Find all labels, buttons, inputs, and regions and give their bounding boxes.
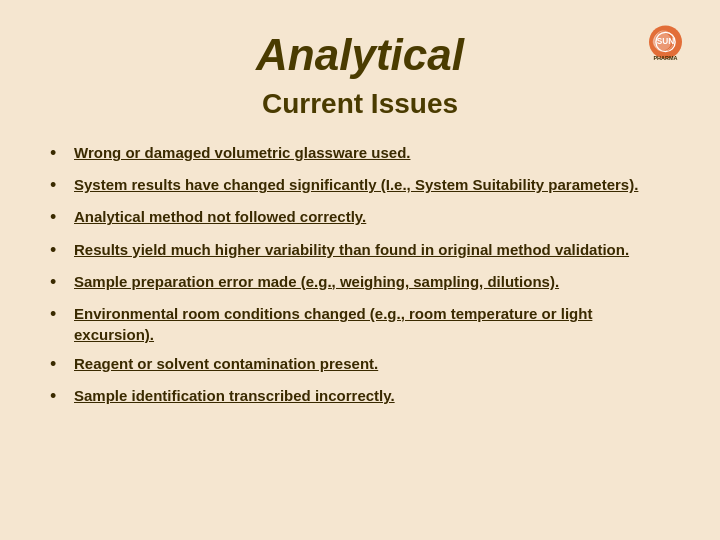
list-item: • Environmental room conditions changed … — [50, 303, 670, 345]
bullet-icon: • — [50, 352, 68, 377]
page-container: SUN PHARMA Analytical Current Issues • W… — [0, 0, 720, 540]
svg-text:PHARMA: PHARMA — [653, 55, 677, 61]
bullet-text: Wrong or damaged volumetric glassware us… — [74, 142, 670, 163]
bullet-text: Sample preparation error made (e.g., wei… — [74, 271, 670, 292]
bullet-icon: • — [50, 384, 68, 409]
bullet-icon: • — [50, 205, 68, 230]
list-item: • Reagent or solvent contamination prese… — [50, 353, 670, 377]
subtitle: Current Issues — [40, 88, 680, 120]
bullet-icon: • — [50, 238, 68, 263]
bullet-text: Reagent or solvent contamination present… — [74, 353, 670, 374]
sunpharma-logo: SUN PHARMA — [638, 20, 693, 75]
bullet-text: Sample identification transcribed incorr… — [74, 385, 670, 406]
bullet-icon: • — [50, 173, 68, 198]
bullet-icon: • — [50, 141, 68, 166]
bullet-list: • Wrong or damaged volumetric glassware … — [40, 142, 680, 409]
bullet-text: Analytical method not followed correctly… — [74, 206, 670, 227]
list-item: • Results yield much higher variability … — [50, 239, 670, 263]
bullet-text: Environmental room conditions changed (e… — [74, 303, 670, 345]
main-title: Analytical — [40, 30, 680, 80]
svg-text:SUN: SUN — [656, 37, 673, 46]
list-item: • Sample preparation error made (e.g., w… — [50, 271, 670, 295]
bullet-icon: • — [50, 302, 68, 327]
logo-area: SUN PHARMA — [630, 15, 700, 80]
list-item: • System results have changed significan… — [50, 174, 670, 198]
bullet-text: System results have changed significantl… — [74, 174, 670, 195]
list-item: • Sample identification transcribed inco… — [50, 385, 670, 409]
list-item: • Wrong or damaged volumetric glassware … — [50, 142, 670, 166]
list-item: • Analytical method not followed correct… — [50, 206, 670, 230]
bullet-text: Results yield much higher variability th… — [74, 239, 670, 260]
bullet-icon: • — [50, 270, 68, 295]
